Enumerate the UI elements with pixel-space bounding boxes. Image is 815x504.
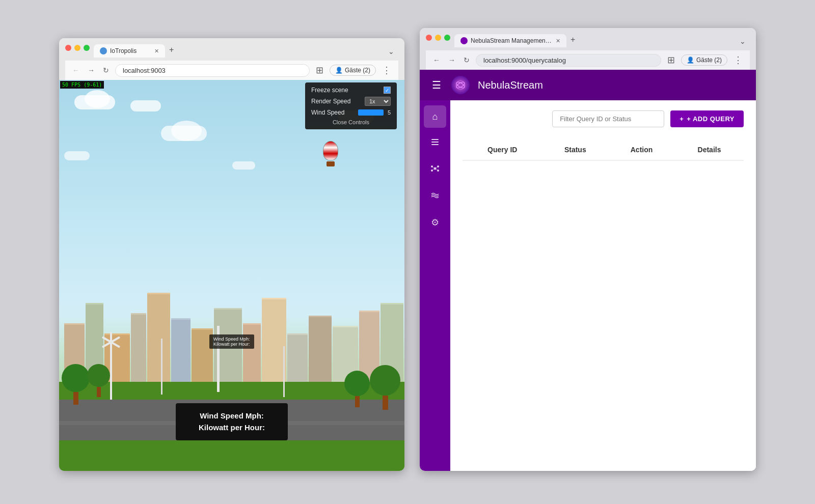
user-btn-right[interactable]: 👤 Gäste (2): [681, 54, 727, 66]
add-query-label: + ADD QUERY: [687, 115, 735, 123]
close-button-left[interactable]: [65, 45, 71, 51]
tab-close-right[interactable]: ✕: [556, 38, 560, 44]
sidebar-item-queries[interactable]: [424, 132, 446, 154]
freeze-scene-label: Freeze scene: [311, 87, 379, 94]
reload-button-right[interactable]: ↻: [461, 55, 472, 65]
new-tab-button-left[interactable]: +: [165, 42, 178, 58]
right-browser-window: NebulaStream Management ... ✕ + ⌄ ← → ↻ …: [420, 28, 756, 471]
add-query-button[interactable]: + + ADD QUERY: [670, 110, 744, 127]
minimize-button-left[interactable]: [74, 45, 80, 51]
fps-counter: 50 FPS (9-61): [60, 81, 104, 89]
gear-icon: ⚙: [431, 217, 439, 228]
nebula-body: ⌂: [420, 100, 756, 471]
translate-btn-left[interactable]: ⊞: [314, 64, 325, 77]
nebula-app-title: NebulaStream: [478, 79, 543, 91]
close-controls-btn[interactable]: Close Controls: [311, 119, 391, 125]
query-table-header-row: Query ID Status Action Details: [463, 139, 744, 160]
filter-input[interactable]: [552, 110, 664, 127]
user-icon-left: 👤: [335, 67, 343, 74]
tab-title-left: IoTropolis: [110, 47, 137, 54]
col-status: Status: [542, 139, 609, 160]
tab-close-left[interactable]: ✕: [154, 48, 159, 54]
new-tab-button-right[interactable]: +: [566, 32, 579, 47]
tree-right-1: [344, 371, 370, 407]
render-speed-select[interactable]: 0.5x 1x 2x: [365, 97, 391, 106]
back-button-left[interactable]: ←: [70, 65, 82, 75]
tree-right-2: [370, 365, 400, 410]
url-input-left[interactable]: [115, 64, 310, 77]
address-bar-right: ← → ↻ ⊞ 👤 Gäste (2) ⋮: [426, 50, 750, 70]
sidebar-item-settings[interactable]: ⚙: [424, 211, 446, 234]
tab-favicon-left: [100, 47, 107, 54]
svg-line-11: [433, 167, 434, 167]
minimize-button-right[interactable]: [435, 35, 441, 41]
query-toolbar: + + ADD QUERY: [463, 110, 744, 127]
sidebar-item-nodes[interactable]: [424, 158, 446, 181]
home-icon: ⌂: [432, 111, 438, 122]
svg-line-14: [437, 169, 438, 170]
nebula-sidebar: ⌂: [420, 100, 450, 471]
right-browser-chrome: NebulaStream Management ... ✕ + ⌄ ← → ↻ …: [420, 28, 756, 70]
col-details: Details: [675, 139, 744, 160]
user-label-left: Gäste (2): [345, 67, 370, 74]
tab-bar-left: IoTropolis ✕ + ⌄: [94, 42, 398, 58]
svg-point-8: [437, 165, 439, 167]
cloud-6: [232, 161, 255, 170]
svg-rect-3: [431, 139, 439, 140]
url-input-right[interactable]: [476, 54, 661, 67]
query-table: Query ID Status Action Details: [463, 139, 744, 161]
turbine-label: Wind Speed Mph:Kilowatt per Hour:: [209, 334, 254, 349]
maximize-button-left[interactable]: [84, 45, 90, 51]
turbine-1: [110, 339, 112, 400]
user-label-right: Gäste (2): [696, 57, 722, 64]
render-speed-label: Render Speed: [311, 98, 361, 105]
back-button-right[interactable]: ←: [431, 55, 442, 65]
cloud-2: [130, 100, 161, 111]
forward-button-left[interactable]: →: [86, 65, 97, 75]
svg-point-6: [434, 167, 437, 170]
controls-panel: Freeze scene ✓ Render Speed 0.5x 1x 2x W…: [305, 82, 397, 129]
traffic-lights-left: [65, 45, 90, 55]
sidebar-item-streams[interactable]: [424, 185, 446, 207]
cloud-4b: [171, 121, 202, 141]
hamburger-icon: ☰: [432, 79, 441, 91]
more-btn-left[interactable]: ⋮: [380, 64, 393, 77]
tab-iotrophis[interactable]: IoTropolis ✕: [94, 44, 165, 58]
maximize-button-right[interactable]: [444, 35, 450, 41]
cloud-1b: [85, 90, 110, 108]
reload-button-left[interactable]: ↻: [101, 65, 111, 75]
balloon-body: [323, 141, 338, 160]
tab-dropdown-right[interactable]: ⌄: [736, 35, 750, 47]
svg-rect-4: [431, 142, 439, 143]
hamburger-menu-btn[interactable]: ☰: [430, 77, 443, 93]
nebula-logo: [451, 76, 470, 94]
cloud-5: [64, 151, 90, 160]
render-speed-row: Render Speed 0.5x 1x 2x: [311, 97, 391, 106]
tree-left-1: [62, 364, 90, 405]
streams-icon: [430, 190, 440, 202]
tab-nebulastream[interactable]: NebulaStream Management ... ✕: [454, 34, 566, 47]
address-bar-left: ← → ↻ ⊞ 👤 Gäste (2) ⋮: [65, 61, 398, 80]
svg-line-12: [437, 167, 438, 167]
tree-left-2: [87, 364, 110, 397]
forward-button-right[interactable]: →: [446, 55, 457, 65]
col-query-id: Query ID: [463, 139, 542, 160]
nebula-logo-svg: [455, 79, 466, 91]
left-browser-window: IoTropolis ✕ + ⌄ ← → ↻ ⊞ 👤 Gäste (2) ⋮ 5…: [59, 38, 404, 471]
more-btn-right[interactable]: ⋮: [731, 53, 745, 67]
hot-air-balloon: [323, 141, 338, 166]
close-button-right[interactable]: [426, 35, 432, 41]
tab-dropdown-left[interactable]: ⌄: [384, 45, 398, 58]
wind-speed-label: Wind Speed: [311, 109, 354, 116]
signboard-line1: Wind Speed Mph:: [186, 410, 278, 422]
nebula-app: ☰ NebulaStream ⌂: [420, 70, 756, 471]
query-table-header: Query ID Status Action Details: [463, 139, 744, 160]
sidebar-item-home[interactable]: ⌂: [424, 105, 446, 128]
freeze-scene-checkbox[interactable]: ✓: [384, 87, 391, 94]
wind-speed-bar[interactable]: [358, 109, 384, 116]
translate-btn-right[interactable]: ⊞: [665, 53, 677, 67]
user-btn-left[interactable]: 👤 Gäste (2): [330, 65, 376, 76]
traffic-lights-right: [426, 35, 450, 45]
signboard-line2: Kilowatt per Hour:: [186, 422, 278, 434]
svg-rect-5: [431, 144, 439, 145]
